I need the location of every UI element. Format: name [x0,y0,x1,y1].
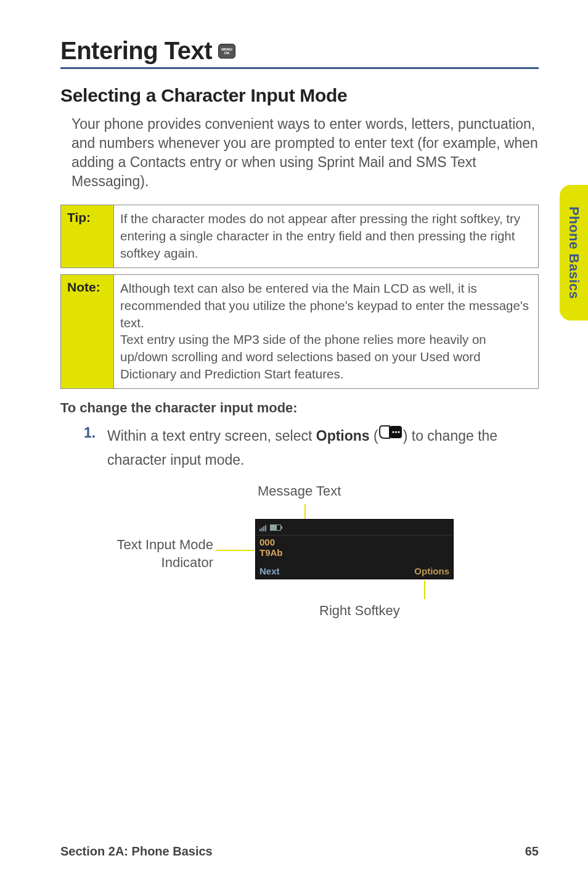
menu-ok-key-icon [218,44,235,59]
note-text-line1: Although text can also be entered via th… [120,281,529,329]
tip-text: If the character modes do not appear aft… [114,205,538,267]
svg-point-2 [395,431,397,433]
phone-counter: 000 [256,536,453,547]
figure-input-mode-label-line2: Indicator [161,555,213,570]
battery-icon [270,525,281,531]
signal-icon [259,524,266,531]
svg-point-1 [392,431,394,433]
footer: Section 2A: Phone Basics 65 [60,844,539,859]
svg-point-3 [398,431,399,433]
footer-section-label: Section 2A: Phone Basics [60,844,213,859]
tip-label: Tip: [61,205,114,267]
note-box: Note: Although text can also be entered … [60,274,539,389]
side-tab: Phone Basics [560,185,588,321]
phone-left-softkey: Next [259,566,280,576]
note-text-line2: Text entry using the MP3 side of the pho… [120,332,486,380]
intro-paragraph: Your phone provides convenient ways to e… [71,115,539,191]
right-softkey-bubble-icon [378,425,403,447]
phone-screenshot: 000 T9Ab Next Options [255,519,454,579]
procedure-heading: To change the character input mode: [60,400,539,416]
figure-message-text-label: Message Text [258,483,341,499]
page-title: Entering Text [60,37,212,65]
note-label: Note: [61,275,114,388]
step-number: 1. [84,425,96,471]
figure-callout-line-right [424,581,425,599]
phone-mode-indicator: T9Ab [256,547,453,559]
figure-right-softkey-label: Right Softkey [319,603,400,619]
tip-box: Tip: If the character modes do not appea… [60,205,539,268]
figure: Message Text Text Input Mode Indicator 0… [60,483,539,662]
note-text: Although text can also be entered via th… [114,275,538,388]
step-text-before: Within a text entry screen, select [107,428,316,444]
step-1: 1. Within a text entry screen, select Op… [84,425,539,471]
step-paren-open: ( [370,428,378,444]
phone-right-softkey: Options [414,566,449,576]
step-options-word: Options [316,428,370,444]
footer-page-number: 65 [525,844,539,859]
figure-input-mode-label: Text Input Mode Indicator [96,536,213,571]
side-tab-text: Phone Basics [566,206,582,299]
title-underline [60,67,539,69]
step-text: Within a text entry screen, select Optio… [107,425,539,471]
figure-callout-line-left [216,550,255,551]
figure-input-mode-label-line1: Text Input Mode [116,537,213,552]
section-heading: Selecting a Character Input Mode [60,85,539,106]
phone-status-bar [256,520,453,536]
